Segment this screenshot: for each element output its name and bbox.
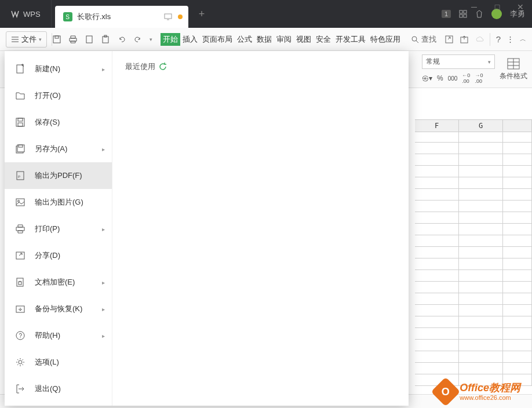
cell[interactable] <box>459 258 503 270</box>
cell[interactable] <box>459 166 503 177</box>
cell[interactable] <box>459 270 503 282</box>
collapse-ribbon-icon[interactable]: ︿ <box>520 35 526 43</box>
home-tab[interactable]: WPS <box>0 0 52 28</box>
comma-icon[interactable]: 000 <box>448 75 458 82</box>
help-icon[interactable]: ? <box>496 34 501 44</box>
ribbon-tab-data[interactable]: 数据 <box>254 34 274 45</box>
undo-icon[interactable] <box>117 35 126 44</box>
cell[interactable] <box>503 282 532 293</box>
cell[interactable] <box>459 305 503 316</box>
number-format-select[interactable]: 常规 ▾ <box>422 54 495 69</box>
cell[interactable] <box>415 258 459 270</box>
notification-badge[interactable]: 1 <box>442 10 451 18</box>
file-menu-item-exit[interactable]: 退出(Q) <box>5 376 112 402</box>
file-menu-item-help[interactable]: ?帮助(H)▸ <box>5 322 112 349</box>
cell[interactable] <box>415 340 459 351</box>
cell[interactable] <box>415 351 459 363</box>
maximize-button[interactable]: □ <box>486 0 509 14</box>
dropdown-icon[interactable]: ▾ <box>150 37 152 42</box>
cell[interactable] <box>415 224 459 235</box>
cell[interactable] <box>503 293 532 305</box>
cell[interactable] <box>415 247 459 258</box>
export-icon[interactable] <box>460 35 469 44</box>
cell[interactable] <box>503 270 532 282</box>
cell[interactable] <box>459 235 503 247</box>
cell[interactable] <box>415 189 459 201</box>
cell[interactable] <box>415 212 459 224</box>
ribbon-tab-security[interactable]: 安全 <box>314 34 333 45</box>
cell[interactable] <box>503 363 532 374</box>
cell[interactable] <box>459 282 503 293</box>
cell[interactable] <box>459 363 503 374</box>
cell[interactable] <box>415 131 459 143</box>
cell[interactable] <box>459 143 503 154</box>
cell[interactable] <box>459 177 503 189</box>
file-menu-item-print[interactable]: 打印(P)▸ <box>5 216 112 242</box>
cell[interactable] <box>503 201 532 212</box>
file-menu-item-image[interactable]: 输出为图片(G) <box>5 189 112 216</box>
cell[interactable] <box>503 351 532 363</box>
cell[interactable] <box>459 224 503 235</box>
cell[interactable] <box>459 316 503 328</box>
cell[interactable] <box>503 340 532 351</box>
cell[interactable] <box>415 154 459 166</box>
cell[interactable] <box>503 212 532 224</box>
cell[interactable] <box>503 189 532 201</box>
cell[interactable] <box>459 201 503 212</box>
increase-decimal-icon[interactable]: ←0.00 <box>462 72 470 84</box>
cell[interactable] <box>459 154 503 166</box>
cell[interactable] <box>415 293 459 305</box>
close-button[interactable]: ✕ <box>509 0 532 14</box>
cell[interactable] <box>415 305 459 316</box>
cell[interactable] <box>503 177 532 189</box>
file-menu-item-share[interactable]: 分享(D) <box>5 242 112 269</box>
cell[interactable] <box>503 143 532 154</box>
currency-icon[interactable]: ㉿▾ <box>422 74 432 83</box>
ribbon-tab-view[interactable]: 视图 <box>294 34 314 45</box>
cell[interactable] <box>459 189 503 201</box>
save-icon[interactable] <box>52 35 61 44</box>
cell[interactable] <box>503 328 532 340</box>
print-preview-icon[interactable] <box>85 35 94 44</box>
cell[interactable] <box>415 235 459 247</box>
cell[interactable] <box>415 270 459 282</box>
cell[interactable] <box>415 316 459 328</box>
new-tab-button[interactable]: + <box>199 8 205 20</box>
cell[interactable] <box>503 166 532 177</box>
ribbon-tab-insert[interactable]: 插入 <box>180 34 200 45</box>
cell[interactable] <box>415 282 459 293</box>
cell[interactable] <box>459 351 503 363</box>
refresh-icon[interactable] <box>159 63 167 71</box>
spreadsheet-grid[interactable]: // rows generated below after data scrip… <box>415 131 532 386</box>
file-menu-item-backup[interactable]: 备份与恢复(K)▸ <box>5 296 112 322</box>
paste-icon[interactable] <box>101 35 110 44</box>
cell[interactable] <box>459 340 503 351</box>
cell[interactable] <box>459 247 503 258</box>
cell[interactable] <box>503 235 532 247</box>
cell[interactable] <box>459 328 503 340</box>
ribbon-tab-formula[interactable]: 公式 <box>235 34 254 45</box>
ribbon-tab-special[interactable]: 特色应用 <box>368 34 403 45</box>
cell[interactable] <box>503 258 532 270</box>
file-menu-item-lock[interactable]: 文档加密(E)▸ <box>5 269 112 296</box>
column-header[interactable] <box>503 120 532 132</box>
cell[interactable] <box>415 328 459 340</box>
file-menu-item-settings[interactable]: 选项(L) <box>5 349 112 376</box>
cell[interactable] <box>459 293 503 305</box>
column-header[interactable]: G <box>459 120 503 132</box>
cell[interactable] <box>415 363 459 374</box>
cell[interactable] <box>503 247 532 258</box>
cell[interactable] <box>415 143 459 154</box>
ribbon-tab-review[interactable]: 审阅 <box>274 34 294 45</box>
ribbon-tab-start[interactable]: 开始 <box>161 33 180 46</box>
cell[interactable] <box>459 131 503 143</box>
cell[interactable] <box>503 305 532 316</box>
monitor-icon[interactable] <box>164 13 172 20</box>
minimize-button[interactable]: ─ <box>462 0 486 14</box>
redo-icon[interactable] <box>133 35 143 44</box>
file-menu-item-saveas[interactable]: 另存为(A)▸ <box>5 136 112 162</box>
cell[interactable] <box>415 201 459 212</box>
more-icon[interactable]: ⋮ <box>507 35 514 43</box>
ribbon-tab-layout[interactable]: 页面布局 <box>200 34 235 45</box>
file-menu-item-save[interactable]: 保存(S) <box>5 109 112 136</box>
